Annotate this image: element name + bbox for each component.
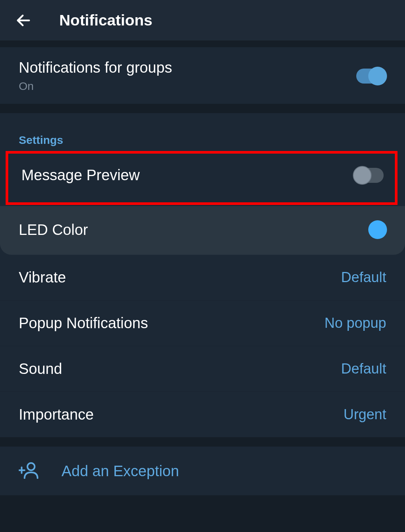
importance-title: Importance (19, 406, 94, 423)
popup-row[interactable]: Popup Notifications No popup (0, 300, 405, 346)
notifications-groups-row[interactable]: Notifications for groups On (0, 47, 405, 104)
message-preview-row[interactable]: Message Preview (6, 151, 398, 205)
message-preview-title: Message Preview (21, 167, 140, 184)
vibrate-row[interactable]: Vibrate Default (0, 255, 405, 300)
message-preview-toggle[interactable] (354, 168, 384, 183)
popup-value: No popup (324, 315, 386, 331)
add-person-icon (19, 462, 39, 480)
svg-point-1 (27, 463, 34, 470)
importance-row[interactable]: Importance Urgent (0, 392, 405, 437)
groups-toggle[interactable] (356, 69, 386, 84)
page-title: Notifications (59, 12, 152, 29)
popup-title: Popup Notifications (19, 315, 148, 332)
header: Notifications (0, 0, 405, 40)
led-color-dot (368, 220, 387, 239)
groups-section: Notifications for groups On (0, 47, 405, 104)
vibrate-value: Default (341, 269, 386, 285)
groups-title: Notifications for groups (19, 59, 172, 76)
sound-row[interactable]: Sound Default (0, 346, 405, 392)
importance-value: Urgent (344, 406, 386, 423)
led-color-row[interactable]: LED Color (0, 206, 405, 255)
sound-value: Default (341, 361, 386, 377)
sound-title: Sound (19, 360, 62, 377)
add-exception-label: Add an Exception (62, 463, 179, 480)
settings-section: Settings Message Preview LED Color Vibra… (0, 113, 405, 437)
exception-section: Add an Exception (0, 447, 405, 495)
vibrate-title: Vibrate (19, 269, 66, 286)
settings-header: Settings (0, 113, 405, 146)
back-arrow-icon[interactable] (15, 12, 32, 29)
groups-status: On (19, 80, 172, 93)
led-color-title: LED Color (19, 221, 88, 238)
add-exception-row[interactable]: Add an Exception (0, 447, 405, 495)
